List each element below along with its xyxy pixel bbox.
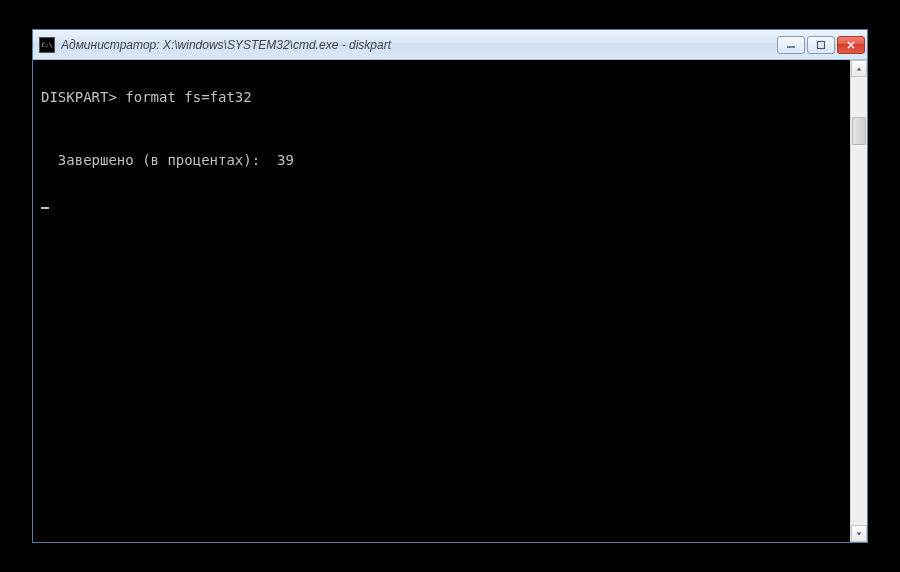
close-button[interactable] (837, 36, 865, 54)
minimize-button[interactable] (777, 36, 805, 54)
progress-label: Завершено (в процентах): (58, 152, 260, 168)
cmd-icon (39, 37, 55, 53)
svg-rect-1 (818, 41, 825, 48)
scroll-down-button[interactable] (851, 525, 867, 542)
vertical-scrollbar[interactable] (850, 60, 867, 542)
maximize-button[interactable] (807, 36, 835, 54)
scroll-track[interactable] (851, 77, 867, 525)
scroll-thumb[interactable] (852, 117, 866, 145)
titlebar[interactable]: Администратор: X:\windows\SYSTEM32\cmd.e… (33, 30, 867, 60)
window-title: Администратор: X:\windows\SYSTEM32\cmd.e… (61, 38, 777, 52)
console-output[interactable]: DISKPART> format fs=fat32 Завершено (в п… (33, 60, 850, 542)
cmd-window: Администратор: X:\windows\SYSTEM32\cmd.e… (32, 29, 868, 543)
window-controls (777, 36, 865, 54)
text-cursor (41, 207, 49, 209)
prompt: DISKPART> (41, 89, 117, 105)
client-area: DISKPART> format fs=fat32 Завершено (в п… (33, 60, 867, 542)
scroll-up-button[interactable] (851, 60, 867, 77)
progress-value: 39 (277, 152, 294, 168)
command-text: format fs=fat32 (125, 89, 251, 105)
